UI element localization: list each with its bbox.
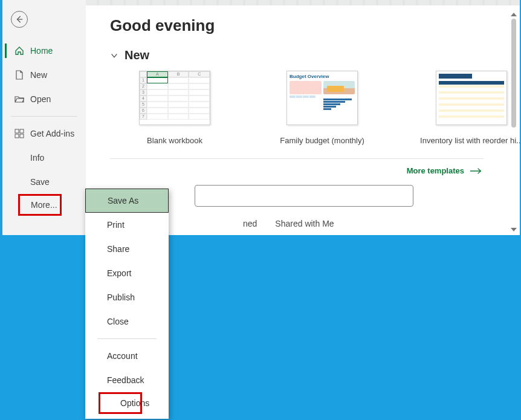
menu-item-options[interactable]: Options <box>99 392 142 414</box>
chevron-down-icon <box>110 51 118 60</box>
back-button[interactable] <box>11 11 28 28</box>
template-thumb-budget: Budget Overview <box>286 71 358 125</box>
template-family-budget[interactable]: Budget Overview Family budget (monthl <box>276 71 369 145</box>
home-icon <box>15 46 24 56</box>
divider <box>110 158 484 159</box>
scroll-down-icon[interactable] <box>511 228 517 231</box>
backstage-view: Home New Open Get Add-ins Info <box>2 0 520 235</box>
search-input[interactable] <box>195 185 413 207</box>
template-label: Family budget (monthly) <box>280 136 364 145</box>
svg-rect-3 <box>20 134 24 138</box>
sidebar-label-home: Home <box>30 46 53 56</box>
arrow-right-icon <box>470 167 482 175</box>
arrow-left-icon <box>15 15 24 24</box>
tab-pinned-partial[interactable]: ned <box>243 219 257 228</box>
sidebar-item-home[interactable]: Home <box>2 39 86 63</box>
sidebar-label-open: Open <box>30 94 51 104</box>
menu-item-export[interactable]: Export <box>85 261 169 285</box>
template-label: Blank workbook <box>147 136 202 145</box>
svg-rect-1 <box>20 129 24 133</box>
sidebar-label-new: New <box>30 70 47 80</box>
new-section-title: New <box>125 48 149 62</box>
sidebar-separator <box>11 116 77 117</box>
sidebar-item-open[interactable]: Open <box>2 87 86 111</box>
scroll-thumb[interactable] <box>511 19 516 128</box>
menu-item-save-as[interactable]: Save As <box>85 189 169 213</box>
template-blank-workbook[interactable]: ABC 1 2 3 4 5 6 7 Blank workbook <box>128 71 221 145</box>
sidebar-item-addins[interactable]: Get Add-ins <box>2 121 86 146</box>
sidebar-item-save[interactable]: Save <box>2 170 86 194</box>
tab-shared-with-me[interactable]: Shared with Me <box>275 219 334 228</box>
svg-rect-2 <box>15 134 19 138</box>
more-menu-popup: Save As Print Share Export Publish Close… <box>85 189 169 419</box>
template-thumb-inventory <box>436 71 507 125</box>
sidebar: Home New Open Get Add-ins Info <box>2 0 86 235</box>
more-templates-link[interactable]: More templates <box>110 166 482 175</box>
menu-separator <box>97 338 157 339</box>
sidebar-label-save: Save <box>30 177 50 187</box>
sidebar-item-new[interactable]: New <box>2 63 86 87</box>
sidebar-item-info[interactable]: Info <box>2 146 86 170</box>
menu-item-account[interactable]: Account <box>85 344 169 368</box>
addins-icon <box>15 129 24 138</box>
sidebar-label-info: Info <box>30 153 44 163</box>
menu-item-publish[interactable]: Publish <box>85 285 169 309</box>
new-section-header[interactable]: New <box>110 48 520 62</box>
template-label: Inventory list with reorder hi... <box>420 136 520 145</box>
scroll-up-icon[interactable] <box>511 13 517 16</box>
menu-item-share[interactable]: Share <box>85 237 169 261</box>
menu-item-print[interactable]: Print <box>85 213 169 237</box>
greeting-title: Good evening <box>110 16 520 35</box>
svg-rect-0 <box>15 129 19 133</box>
template-row: ABC 1 2 3 4 5 6 7 Blank workbook Budget … <box>128 71 520 145</box>
sidebar-label-more: More... <box>31 200 57 210</box>
sidebar-label-addins: Get Add-ins <box>30 129 74 138</box>
menu-item-close[interactable]: Close <box>85 309 169 334</box>
more-templates-label: More templates <box>407 166 464 175</box>
template-thumb-blank: ABC 1 2 3 4 5 6 7 <box>139 71 210 125</box>
scrollbar[interactable] <box>509 13 519 234</box>
template-inventory-list[interactable]: Inventory list with reorder hi... <box>423 71 520 145</box>
folder-open-icon <box>15 94 24 104</box>
sidebar-item-more[interactable]: More... <box>18 194 62 216</box>
recent-tabs: ned Shared with Me <box>243 219 520 228</box>
document-icon <box>15 70 24 80</box>
menu-item-feedback[interactable]: Feedback <box>85 368 169 392</box>
